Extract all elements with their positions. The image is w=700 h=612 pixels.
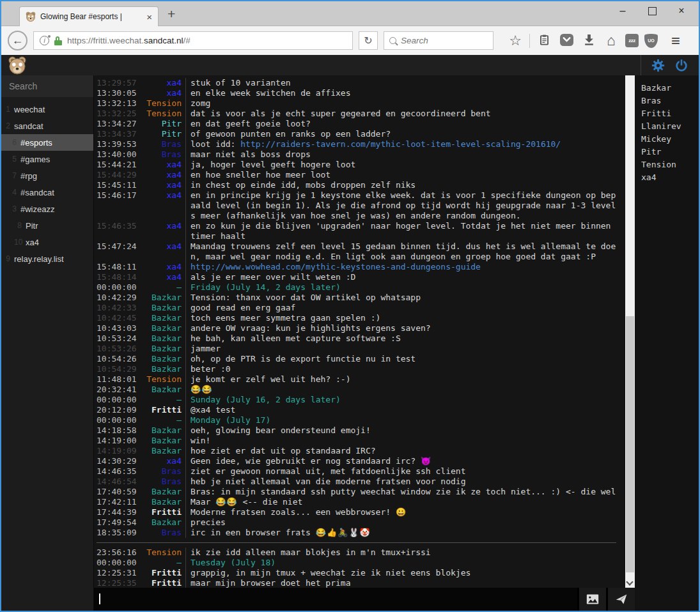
- chat-message: maar mijn browser doet het prima: [185, 578, 616, 588]
- back-button[interactable]: ←: [8, 31, 27, 50]
- chat-line: 14:19:09Bazkarhoe ziet er dat uit op sta…: [97, 446, 616, 456]
- buffer-search-input[interactable]: [1, 75, 93, 97]
- chat-message: en in principe krijg je 1 keystone elke …: [185, 190, 616, 221]
- unread-marker: [97, 542, 616, 543]
- chat-timestamp: 13:34:37: [97, 129, 137, 139]
- sidebar-item-wizeazz[interactable]: 3#wizeazz: [1, 201, 93, 217]
- message-link[interactable]: http://www.wowhead.com/mythic-keystones-…: [191, 262, 481, 272]
- pocket-icon[interactable]: [558, 33, 575, 49]
- chat-nick: Pitr: [142, 129, 182, 139]
- tab-close-icon[interactable]: ×: [146, 12, 152, 22]
- url-bar[interactable]: i https://fritti.weechat.sandcat.nl/#: [33, 31, 353, 50]
- minimize-button[interactable]: –: [608, 1, 637, 20]
- nick-item-Bazkar[interactable]: Bazkar: [641, 82, 699, 95]
- nick-item-xa4[interactable]: xa4: [641, 171, 699, 184]
- chat-messages: 13:29:57xa4stuk of 10 varianten13:30:05x…: [94, 75, 625, 588]
- maximize-button[interactable]: [637, 1, 667, 20]
- nick-item-Bras[interactable]: Bras: [641, 95, 699, 107]
- chat-nick: Bazkar: [142, 333, 182, 344]
- downloads-icon[interactable]: [580, 33, 597, 48]
- chat-nick: Bazkar: [142, 385, 182, 395]
- chat-message: Maar 😂😂 <-- die niet: [185, 497, 616, 507]
- chat-nick: Tension: [142, 374, 182, 385]
- nick-item-Mickey[interactable]: Mickey: [641, 133, 699, 146]
- sidebar-item-weechat[interactable]: 1weechat: [1, 101, 93, 118]
- settings-gear-icon[interactable]: [651, 59, 665, 72]
- sidebar-item-sandcat[interactable]: 4#sandcat: [1, 184, 93, 201]
- chat-line: 15:45:11xa4in chest op einde idd, mobs d…: [97, 180, 616, 190]
- chat-line: 20:12:09Fritti@xa4 test: [97, 405, 616, 415]
- emoji: 😀: [396, 507, 407, 517]
- nick-item-Tension[interactable]: Tension: [641, 158, 699, 171]
- scrollbar-down-arrow-icon[interactable]: [626, 578, 633, 585]
- site-info-icon[interactable]: i: [40, 36, 49, 45]
- chat-nick: Bazkar: [142, 436, 182, 446]
- new-tab-button[interactable]: +: [167, 6, 175, 22]
- chat-message: en elke week switchen de affixes: [185, 88, 616, 98]
- home-icon[interactable]: ⌂: [603, 33, 619, 48]
- chat-line: 15:46:17xa4en in principe krijg je 1 key…: [97, 190, 616, 221]
- menu-icon[interactable]: ≡: [667, 33, 684, 49]
- nick-item-Fritti[interactable]: Fritti: [641, 107, 699, 120]
- disconnect-power-icon[interactable]: [674, 58, 688, 72]
- buffer-name: #wizeazz: [20, 204, 54, 214]
- sidebar-item-sandcat[interactable]: 2sandcat: [1, 118, 93, 134]
- buffer-number: 10: [14, 238, 22, 247]
- buffer-number: 5: [9, 155, 17, 164]
- sidebar-item-games[interactable]: 5#games: [1, 151, 93, 167]
- buffer-number: 8: [14, 221, 22, 230]
- chat-timestamp: 15:44:21: [97, 160, 137, 170]
- sidebar-item-relayrelaylist[interactable]: 9relay.relay.list: [1, 250, 93, 267]
- buffer-sidebar: 1weechat2sandcat6#esports5#games7#rpg4#s…: [1, 75, 94, 611]
- glowing-bear-logo-icon[interactable]: [8, 56, 27, 75]
- chat-timestamp: 13:34:27: [97, 119, 137, 129]
- chat-line: 15:46:35xa4en zo kun je die blijven 'upg…: [97, 221, 616, 241]
- message-link[interactable]: http://raiders-tavern.com/mythic-loot-it…: [240, 139, 561, 149]
- message-input[interactable]: [94, 588, 577, 611]
- chat-message: grappig, in mijn tmux + weechat zie ik n…: [185, 568, 616, 578]
- chat-line: 13:30:05xa4en elke week switchen de affi…: [97, 88, 616, 98]
- chat-line: 15:48:14xa4als je er meer over wilt wete…: [97, 272, 616, 282]
- chat-line: 13:32:13Tensionzomg: [97, 98, 616, 109]
- upload-image-button[interactable]: [579, 588, 606, 611]
- send-button[interactable]: [608, 588, 635, 611]
- chat-message: Moderne fratsen zoals... een webbrowser!…: [185, 507, 616, 517]
- browser-tab[interactable]: Glowing Bear #esports | ×: [19, 6, 159, 26]
- topbar-actions: [641, 55, 699, 75]
- chat-timestamp: 13:40:00: [97, 149, 137, 160]
- https-lock-icon[interactable]: [54, 36, 62, 45]
- chat-timestamp: 20:32:41: [97, 385, 137, 395]
- chat-scrollbar[interactable]: [625, 75, 635, 588]
- reload-button[interactable]: ↻: [359, 31, 378, 50]
- ublock-origin-icon[interactable]: UO: [644, 34, 658, 48]
- chat-line: 13:29:57xa4stuk of 10 varianten: [97, 78, 616, 88]
- buffer-name: Pitr: [26, 221, 38, 231]
- buffer-name: #esports: [20, 138, 52, 148]
- chat-line: 13:39:53Brasloot idd: http://raiders-tav…: [97, 139, 616, 149]
- chat-line: 13:40:00Brasmaar niet als boss drops: [97, 149, 616, 160]
- chat-message: hoe ziet er dat uit op standaard IRC?: [185, 446, 616, 456]
- chat-timestamp: 15:47:24: [97, 241, 137, 262]
- chat-line: 14:19:00Bazkarwin!: [97, 436, 616, 446]
- close-button[interactable]: ×: [667, 1, 696, 20]
- sidebar-item-rpg[interactable]: 7#rpg: [1, 167, 93, 184]
- nick-item-Pitr[interactable]: Pitr: [641, 146, 699, 158]
- chat-line: 17:42:11BazkarMaar 😂😂 <-- die niet: [97, 497, 616, 507]
- chat-nick: Bazkar: [142, 293, 182, 303]
- url-text: https://fritti.weechat.sandcat.nl/#: [67, 36, 191, 45]
- nick-item-Llanirev[interactable]: Llanirev: [641, 120, 699, 133]
- buffer-number: 1: [3, 105, 10, 114]
- sidebar-item-esports[interactable]: 6#esports: [1, 134, 93, 151]
- clipboard-icon[interactable]: [536, 33, 552, 49]
- zzz-extension-icon[interactable]: zzz: [625, 34, 639, 47]
- scrollbar-thumb[interactable]: [626, 316, 634, 572]
- browser-search-field[interactable]: Search: [384, 31, 494, 50]
- chat-timestamp: 20:12:09: [97, 405, 137, 415]
- chat-message: oh, op de PTR is de export functie nu in…: [185, 354, 616, 364]
- chat-line: 11:48:01Tensionje komt er zelf wel uit h…: [97, 374, 616, 385]
- sidebar-item-Pitr[interactable]: 8Pitr: [1, 217, 93, 234]
- sidebar-item-xa4[interactable]: 10xa4: [1, 234, 93, 250]
- date-text: Monday (July 17): [185, 415, 616, 425]
- bookmark-star-icon[interactable]: ☆: [507, 34, 524, 48]
- chat-nick: Pitr: [142, 119, 182, 129]
